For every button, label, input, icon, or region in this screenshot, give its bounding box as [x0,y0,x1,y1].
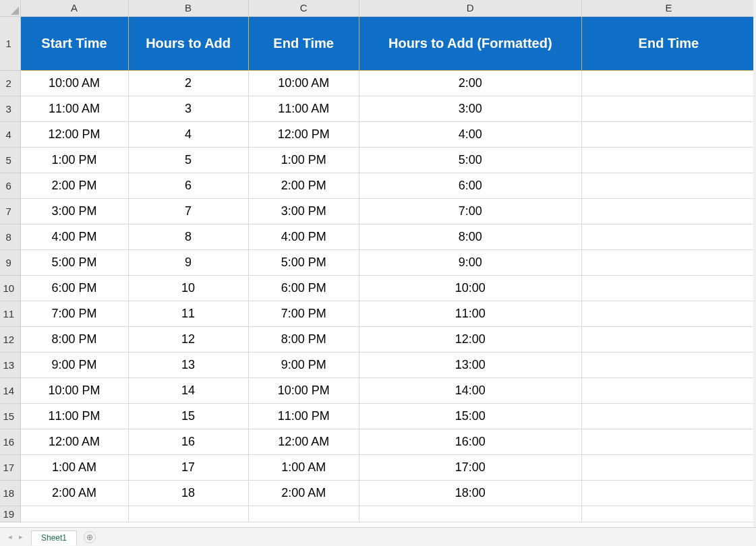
cell-D14[interactable]: 14:00 [359,377,581,403]
cell-B3[interactable]: 3 [128,96,248,121]
cell-A2[interactable]: 10:00 AM [20,70,128,96]
vertical-scrollbar[interactable] [753,0,756,527]
cell-A15[interactable]: 11:00 PM [20,403,128,429]
cell-A18[interactable]: 2:00 AM [20,480,128,506]
cell-A11[interactable]: 7:00 PM [20,301,128,326]
cell-E5[interactable] [581,147,755,173]
cell-C1[interactable]: End Time [248,16,359,70]
cell-C8[interactable]: 4:00 PM [248,224,359,249]
cell-E19[interactable] [581,506,755,522]
row-header-7[interactable]: 7 [0,198,20,224]
cell-A9[interactable]: 5:00 PM [20,249,128,275]
cell-A7[interactable]: 3:00 PM [20,198,128,224]
cell-B14[interactable]: 14 [128,377,248,403]
cell-B2[interactable]: 2 [128,70,248,96]
cell-E1[interactable]: End Time [581,16,755,70]
cell-D11[interactable]: 11:00 [359,301,581,326]
cell-C15[interactable]: 11:00 PM [248,403,359,429]
cell-E3[interactable] [581,96,755,121]
row-header-17[interactable]: 17 [0,454,20,480]
cell-B15[interactable]: 15 [128,403,248,429]
cell-C19[interactable] [248,506,359,522]
cell-A1[interactable]: Start Time [20,16,128,70]
cell-D3[interactable]: 3:00 [359,96,581,121]
col-header-D[interactable]: D [359,0,581,16]
col-header-B[interactable]: B [128,0,248,16]
cell-A14[interactable]: 10:00 PM [20,377,128,403]
row-header-14[interactable]: 14 [0,377,20,403]
cell-B7[interactable]: 7 [128,198,248,224]
cell-E17[interactable] [581,454,755,480]
cell-E9[interactable] [581,249,755,275]
row-header-19[interactable]: 19 [0,506,20,522]
cell-A12[interactable]: 8:00 PM [20,326,128,352]
row-header-3[interactable]: 3 [0,96,20,121]
cell-D10[interactable]: 10:00 [359,275,581,301]
cell-D6[interactable]: 6:00 [359,173,581,198]
cell-A3[interactable]: 11:00 AM [20,96,128,121]
cell-A6[interactable]: 2:00 PM [20,173,128,198]
cell-B19[interactable] [128,506,248,522]
cell-D1[interactable]: Hours to Add (Formatted) [359,16,581,70]
cell-B18[interactable]: 18 [128,480,248,506]
cell-E18[interactable] [581,480,755,506]
cell-A8[interactable]: 4:00 PM [20,224,128,249]
cell-E15[interactable] [581,403,755,429]
cell-B12[interactable]: 12 [128,326,248,352]
row-header-2[interactable]: 2 [0,70,20,96]
row-header-10[interactable]: 10 [0,275,20,301]
row-header-13[interactable]: 13 [0,352,20,377]
cell-A16[interactable]: 12:00 AM [20,429,128,454]
cell-D2[interactable]: 2:00 [359,70,581,96]
cell-B9[interactable]: 9 [128,249,248,275]
row-header-15[interactable]: 15 [0,403,20,429]
cell-B5[interactable]: 5 [128,147,248,173]
cell-C18[interactable]: 2:00 AM [248,480,359,506]
row-header-18[interactable]: 18 [0,480,20,506]
row-header-6[interactable]: 6 [0,173,20,198]
cell-D4[interactable]: 4:00 [359,121,581,147]
cell-B13[interactable]: 13 [128,352,248,377]
row-header-1[interactable]: 1 [0,16,20,70]
select-all-corner[interactable] [0,0,20,16]
cell-D16[interactable]: 16:00 [359,429,581,454]
cell-B16[interactable]: 16 [128,429,248,454]
row-header-8[interactable]: 8 [0,224,20,249]
col-header-E[interactable]: E [581,0,755,16]
row-header-4[interactable]: 4 [0,121,20,147]
cell-C10[interactable]: 6:00 PM [248,275,359,301]
cell-C9[interactable]: 5:00 PM [248,249,359,275]
cell-D18[interactable]: 18:00 [359,480,581,506]
row-header-11[interactable]: 11 [0,301,20,326]
cell-C12[interactable]: 8:00 PM [248,326,359,352]
cell-B11[interactable]: 11 [128,301,248,326]
cell-B6[interactable]: 6 [128,173,248,198]
cell-C14[interactable]: 10:00 PM [248,377,359,403]
cell-A10[interactable]: 6:00 PM [20,275,128,301]
cell-E8[interactable] [581,224,755,249]
cell-B1[interactable]: Hours to Add [128,16,248,70]
cell-D12[interactable]: 12:00 [359,326,581,352]
cell-E6[interactable] [581,173,755,198]
cell-A5[interactable]: 1:00 PM [20,147,128,173]
cell-E12[interactable] [581,326,755,352]
cell-C16[interactable]: 12:00 AM [248,429,359,454]
cell-A17[interactable]: 1:00 AM [20,454,128,480]
cell-C6[interactable]: 2:00 PM [248,173,359,198]
cell-C4[interactable]: 12:00 PM [248,121,359,147]
new-sheet-button[interactable]: ⊕ [84,531,96,543]
cell-C11[interactable]: 7:00 PM [248,301,359,326]
cell-D15[interactable]: 15:00 [359,403,581,429]
row-header-12[interactable]: 12 [0,326,20,352]
cell-E7[interactable] [581,198,755,224]
cell-E2[interactable] [581,70,755,96]
cell-D9[interactable]: 9:00 [359,249,581,275]
cell-D17[interactable]: 17:00 [359,454,581,480]
cell-C3[interactable]: 11:00 AM [248,96,359,121]
cell-C17[interactable]: 1:00 AM [248,454,359,480]
cell-C7[interactable]: 3:00 PM [248,198,359,224]
cell-D8[interactable]: 8:00 [359,224,581,249]
cell-C5[interactable]: 1:00 PM [248,147,359,173]
row-header-16[interactable]: 16 [0,429,20,454]
cell-E4[interactable] [581,121,755,147]
